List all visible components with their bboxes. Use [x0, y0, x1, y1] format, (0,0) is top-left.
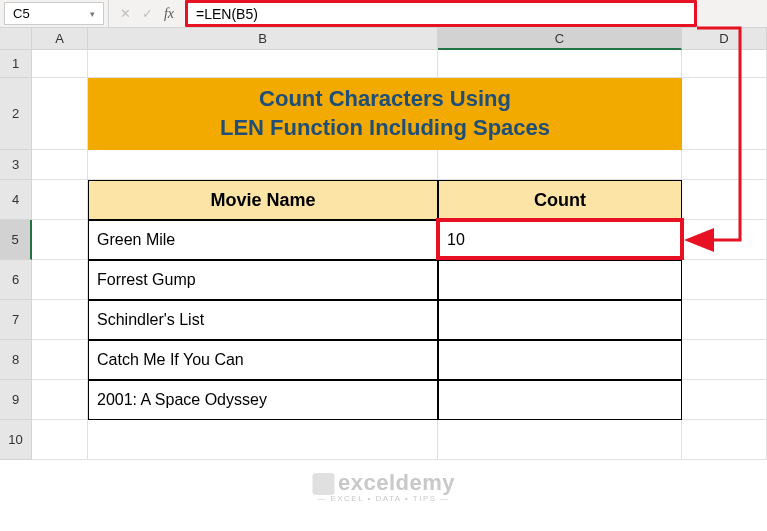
header-movie[interactable]: Movie Name	[88, 180, 438, 220]
row-header-5[interactable]: 5	[0, 220, 32, 260]
cancel-icon[interactable]: ✕	[115, 4, 135, 24]
row-header-6[interactable]: 6	[0, 260, 32, 300]
cell-A2[interactable]	[32, 78, 88, 150]
cell-A8[interactable]	[32, 340, 88, 380]
title-text: Count Characters Using LEN Function Incl…	[220, 85, 550, 142]
row-header-10[interactable]: 10	[0, 420, 32, 460]
col-header-D[interactable]: D	[682, 28, 767, 50]
cell-A3[interactable]	[32, 150, 88, 180]
watermark: exceldemy — EXCEL • DATA • TIPS —	[312, 470, 455, 503]
watermark-tagline: — EXCEL • DATA • TIPS —	[312, 494, 455, 503]
fx-icon[interactable]: fx	[159, 4, 179, 24]
cell-C9[interactable]	[438, 380, 682, 420]
watermark-icon	[312, 473, 334, 495]
col-header-A[interactable]: A	[32, 28, 88, 50]
formula-text: =LEN(B5)	[196, 6, 258, 22]
cell-C3[interactable]	[438, 150, 682, 180]
cell-B6[interactable]: Forrest Gump	[88, 260, 438, 300]
cell-D10[interactable]	[682, 420, 767, 460]
cell-D5[interactable]	[682, 220, 767, 260]
name-box-value: C5	[13, 6, 30, 21]
cell-A6[interactable]	[32, 260, 88, 300]
name-box[interactable]: C5 ▾	[4, 2, 104, 25]
row-header-4[interactable]: 4	[0, 180, 32, 220]
row-header-1[interactable]: 1	[0, 50, 32, 78]
cell-D9[interactable]	[682, 380, 767, 420]
cell-C5[interactable]: 10	[438, 220, 682, 260]
watermark-brand: exceldemy	[338, 470, 455, 495]
cell-C7[interactable]	[438, 300, 682, 340]
cell-B9[interactable]: 2001: A Space Odyssey	[88, 380, 438, 420]
formula-bar: C5 ▾ ✕ ✓ fx =LEN(B5)	[0, 0, 767, 28]
title-cell[interactable]: Count Characters Using LEN Function Incl…	[88, 78, 682, 150]
cell-A10[interactable]	[32, 420, 88, 460]
cell-A9[interactable]	[32, 380, 88, 420]
cell-A1[interactable]	[32, 50, 88, 78]
cell-A4[interactable]	[32, 180, 88, 220]
cell-C6[interactable]	[438, 260, 682, 300]
cell-C8[interactable]	[438, 340, 682, 380]
cell-B3[interactable]	[88, 150, 438, 180]
row-header-7[interactable]: 7	[0, 300, 32, 340]
cell-B1[interactable]	[88, 50, 438, 78]
cell-A5[interactable]	[32, 220, 88, 260]
cell-C10[interactable]	[438, 420, 682, 460]
cell-B7[interactable]: Schindler's List	[88, 300, 438, 340]
cell-D3[interactable]	[682, 150, 767, 180]
col-header-C[interactable]: C	[438, 28, 682, 50]
enter-icon[interactable]: ✓	[137, 4, 157, 24]
formula-input[interactable]: =LEN(B5)	[185, 0, 697, 27]
cell-B10[interactable]	[88, 420, 438, 460]
formula-bar-buttons: ✕ ✓ fx	[108, 0, 185, 27]
cell-B5[interactable]: Green Mile	[88, 220, 438, 260]
cell-D8[interactable]	[682, 340, 767, 380]
header-count[interactable]: Count	[438, 180, 682, 220]
cell-D2[interactable]	[682, 78, 767, 150]
row-header-8[interactable]: 8	[0, 340, 32, 380]
cell-D6[interactable]	[682, 260, 767, 300]
cell-D1[interactable]	[682, 50, 767, 78]
col-header-B[interactable]: B	[88, 28, 438, 50]
cell-A7[interactable]	[32, 300, 88, 340]
row-header-3[interactable]: 3	[0, 150, 32, 180]
cell-B8[interactable]: Catch Me If You Can	[88, 340, 438, 380]
cell-C1[interactable]	[438, 50, 682, 78]
row-header-2[interactable]: 2	[0, 78, 32, 150]
spreadsheet-grid: A B C D 1 2 Count Characters Using LEN F…	[0, 28, 767, 460]
cell-D7[interactable]	[682, 300, 767, 340]
select-all-corner[interactable]	[0, 28, 32, 50]
chevron-down-icon[interactable]: ▾	[90, 9, 95, 19]
row-header-9[interactable]: 9	[0, 380, 32, 420]
cell-D4[interactable]	[682, 180, 767, 220]
